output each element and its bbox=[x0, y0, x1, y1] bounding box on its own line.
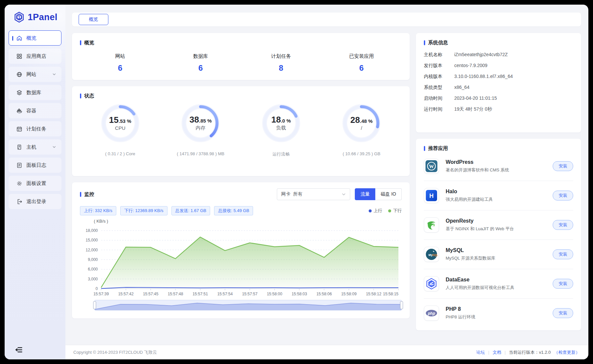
svg-text:15:57:45: 15:57:45 bbox=[143, 292, 159, 296]
install-button[interactable]: 安装 bbox=[553, 279, 573, 289]
app-row-php8: php PHP 8 PHP8 运行环境 安装 bbox=[424, 299, 573, 328]
tab-overview-label: 概览 bbox=[89, 17, 98, 22]
install-button[interactable]: 安装 bbox=[553, 161, 573, 171]
sidebar-item-container[interactable]: 容器 bbox=[9, 103, 61, 118]
sidebar-item-host[interactable]: 主机 bbox=[9, 139, 61, 155]
main-area: 概览 概览 网站 6 bbox=[65, 5, 588, 359]
svg-text:15:57:51: 15:57:51 bbox=[193, 292, 208, 296]
traffic-button[interactable]: 流量 bbox=[355, 188, 375, 200]
sidebar-item-label: 网站 bbox=[26, 71, 36, 78]
title-marker bbox=[424, 146, 425, 151]
disk-io-button[interactable]: 磁盘 IO bbox=[375, 188, 402, 200]
sidebar-item-label: 容器 bbox=[26, 108, 36, 114]
app-desc: 强大易用的开源建站工具 bbox=[446, 197, 553, 202]
app-desc: 人人可用的开源数据可视化分析工具 bbox=[446, 285, 553, 291]
sidebar-item-database[interactable]: 数据库 bbox=[9, 85, 61, 100]
mysql-logo-icon: MySQL bbox=[424, 247, 439, 262]
total-sent-badge: 总发送: 1.67 GB bbox=[171, 206, 210, 215]
chart-datazoom-slider[interactable] bbox=[94, 300, 402, 310]
brand-hexagon-icon: 1 bbox=[13, 11, 25, 23]
gauge-caption: ( 10.66 / 39.25 ) GB bbox=[343, 151, 380, 156]
stat-value[interactable]: 6 bbox=[161, 63, 241, 73]
sidebar-item-label: 退出登录 bbox=[26, 199, 46, 205]
system-info-title-text: 系统信息 bbox=[428, 40, 448, 46]
info-label: 启动时间 bbox=[424, 95, 454, 101]
total-received-badge: 总接收: 5.49 GB bbox=[214, 206, 253, 215]
chevron-down-icon bbox=[52, 72, 56, 77]
sidebar-item-panel-logs[interactable]: 面板日志 bbox=[9, 158, 61, 173]
info-value: 3.10.0-1160.88.1.el7.x86_64 bbox=[454, 74, 513, 80]
gauge-disk-root: 28.48 % / ( 10.66 / 39.25 ) GB bbox=[321, 104, 402, 157]
gauge-load: 18.0 % 负载 运行流畅 bbox=[241, 104, 321, 157]
stat-label: 已安装应用 bbox=[321, 53, 402, 59]
app-desc: PHP8 运行环境 bbox=[446, 314, 553, 320]
install-button[interactable]: 安装 bbox=[553, 308, 573, 318]
info-label: 发行版本 bbox=[424, 63, 454, 69]
svg-text:15:58:00: 15:58:00 bbox=[267, 292, 282, 296]
stat-value[interactable]: 8 bbox=[241, 63, 321, 73]
stat-label: 网站 bbox=[80, 53, 161, 59]
recommended-apps-title-text: 推荐应用 bbox=[428, 145, 448, 152]
title-marker bbox=[80, 93, 81, 98]
network-card-select[interactable]: 网卡 所有 bbox=[277, 188, 350, 200]
forum-link[interactable]: 论坛 bbox=[476, 349, 485, 355]
wordpress-logo-icon: W bbox=[424, 159, 439, 174]
sidebar-item-cron[interactable]: 计划任务 bbox=[9, 121, 61, 136]
info-value: x86_64 bbox=[454, 85, 469, 91]
sidebar-item-app-store[interactable]: 应用商店 bbox=[9, 49, 61, 64]
sidebar-collapse-icon[interactable] bbox=[15, 346, 23, 354]
sidebar-item-panel-settings[interactable]: 面板设置 bbox=[9, 176, 61, 191]
footer: Copyright © 2014-2023 FIT2CLOUD 飞致云 论坛 |… bbox=[65, 345, 588, 359]
sidebar-item-website[interactable]: 网站 bbox=[9, 67, 61, 82]
svg-text:15:57:48: 15:57:48 bbox=[168, 292, 183, 296]
sidebar-item-label: 应用商店 bbox=[26, 53, 46, 59]
stat-label: 数据库 bbox=[161, 53, 241, 59]
sidebar-item-overview[interactable]: 概览 bbox=[9, 30, 61, 46]
info-value: 19天 4时 57分 0秒 bbox=[454, 106, 492, 112]
overview-title-text: 概览 bbox=[84, 40, 94, 46]
app-window: 1 1Panel 概览 应用商店 网站 数据库 bbox=[5, 5, 588, 359]
info-value: centos-7.9.2009 bbox=[454, 63, 487, 69]
disk-io-button-label: 磁盘 IO bbox=[381, 191, 396, 197]
footer-divider: | bbox=[488, 350, 489, 355]
legend-up[interactable]: 上行 bbox=[369, 208, 382, 214]
tab-overview[interactable]: 概览 bbox=[79, 14, 108, 25]
datazoom-left-handle[interactable] bbox=[93, 301, 96, 309]
datazoom-right-handle[interactable] bbox=[400, 301, 403, 309]
status-card-title: 状态 bbox=[80, 93, 402, 99]
app-grid-icon bbox=[16, 53, 22, 59]
gauge-value-frac: .53 % bbox=[119, 118, 131, 124]
active-marker bbox=[12, 36, 13, 41]
app-desc: MySQL 开源关系型数据库 bbox=[446, 255, 553, 261]
sidebar-item-label: 面板设置 bbox=[26, 180, 46, 187]
svg-text:15:58:12: 15:58:12 bbox=[366, 292, 382, 296]
stat-cronjobs: 计划任务 8 bbox=[241, 53, 321, 73]
chevron-down-icon bbox=[342, 192, 346, 197]
app-name: OpenResty bbox=[446, 218, 553, 224]
sidebar-menu: 概览 应用商店 网站 数据库 容器 计划任务 bbox=[5, 28, 65, 215]
brand-logo[interactable]: 1 1Panel bbox=[5, 5, 65, 28]
gauge-value-int: 15 bbox=[109, 115, 119, 125]
status-title-text: 状态 bbox=[84, 93, 94, 99]
server-icon bbox=[16, 144, 22, 150]
docs-link[interactable]: 文档 bbox=[493, 349, 501, 355]
php-logo-icon: php bbox=[424, 306, 439, 321]
stat-value[interactable]: 6 bbox=[80, 63, 161, 73]
legend-down[interactable]: 下行 bbox=[388, 208, 402, 214]
check-update-link[interactable]: （检查更新） bbox=[554, 349, 580, 355]
sidebar-item-logout[interactable]: 退出登录 bbox=[9, 194, 61, 209]
install-button[interactable]: 安装 bbox=[553, 249, 573, 259]
app-desc: 基于 NGINX 和 LuaJIT 的 Web 平台 bbox=[446, 226, 553, 232]
svg-text:1: 1 bbox=[18, 15, 20, 20]
sidebar-item-label: 主机 bbox=[26, 144, 36, 150]
install-button[interactable]: 安装 bbox=[553, 220, 573, 230]
app-row-halo: H Halo 强大易用的开源建站工具 安装 bbox=[424, 181, 573, 210]
app-row-openresty: OpenResty 基于 NGINX 和 LuaJIT 的 Web 平台 安装 bbox=[424, 210, 573, 240]
datazoom-track[interactable] bbox=[94, 300, 402, 310]
title-marker bbox=[424, 40, 425, 45]
app-row-dataease: DataEase 人人可用的开源数据可视化分析工具 安装 bbox=[424, 269, 573, 299]
chart-legend: 上行 下行 bbox=[369, 208, 402, 214]
info-row-uptime: 运行时间 19天 4时 57分 0秒 bbox=[424, 106, 573, 112]
install-button[interactable]: 安装 bbox=[553, 191, 573, 200]
stat-value[interactable]: 6 bbox=[321, 63, 402, 73]
